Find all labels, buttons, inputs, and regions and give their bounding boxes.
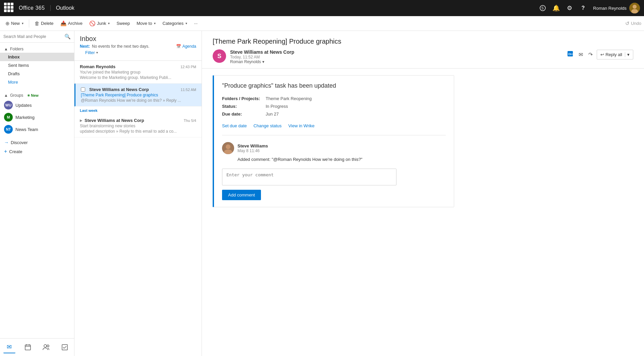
task-field-label-folders: Folders / Projects: <box>222 96 266 101</box>
forward-action-btn[interactable]: ↷ <box>587 50 594 59</box>
sidebar-item-drafts[interactable]: Drafts <box>0 70 74 78</box>
svg-text:365: 365 <box>570 53 573 56</box>
view-in-wrike-link[interactable]: View in Wrike <box>288 123 315 128</box>
delete-button[interactable]: 🗑 Delete <box>32 19 56 28</box>
email-item-2[interactable]: Steve Williams at News Corp 11:52 AM [Th… <box>74 84 202 106</box>
delete-icon: 🗑 <box>35 20 40 26</box>
svg-point-3 <box>633 5 637 9</box>
sidebar-item-more[interactable]: More <box>0 78 74 86</box>
sidebar-item-marketing[interactable]: M Marketing <box>0 111 74 123</box>
help-icon[interactable]: ? <box>577 2 589 14</box>
toolbar-sep-1 <box>29 19 29 28</box>
sidebar-item-updates[interactable]: WU Updates <box>0 99 74 111</box>
groups-section: ▲ Groups New WU Updates M Marketing NT N… <box>0 89 74 138</box>
move-to-button[interactable]: Move to ▾ <box>134 19 158 27</box>
reading-actions: O365 ✉ ↷ ↩ Reply all ▾ <box>566 49 633 59</box>
archive-icon: 📥 <box>60 20 67 27</box>
email-2-checkbox[interactable] <box>81 87 85 92</box>
next-label: Next: <box>80 44 90 49</box>
top-nav: Office 365 Outlook S 🔔 ⚙ ? Roman Reynold… <box>0 0 644 16</box>
comment-time: May 8 11:46 <box>237 148 268 153</box>
sidebar-item-inbox[interactable]: Inbox <box>0 53 74 61</box>
categories-button[interactable]: Categories ▾ <box>160 19 190 27</box>
more-button[interactable]: ··· <box>191 19 200 27</box>
sidebar-bottom-nav: ✉ <box>0 338 74 356</box>
groups-collapse-icon: ▲ <box>4 93 8 98</box>
email-1-time: 12:43 PM <box>180 65 196 69</box>
reading-subject: [Theme Park Reopening] Produce graphics <box>213 38 633 45</box>
sender-avatar: S <box>213 49 226 63</box>
email-item-3-header: ▶ Steve Williams at News Corp Thu 5/4 <box>80 118 196 123</box>
comment-author-name: Steve Williams <box>237 143 268 148</box>
sidebar-item-create[interactable]: + Create <box>0 147 74 156</box>
inbox-next-row: Next: No events for the next two days. 📅… <box>80 44 196 49</box>
gear-icon[interactable]: ⚙ <box>564 2 576 14</box>
reply-all-dropdown[interactable]: ▾ <box>625 52 630 57</box>
email-3-time: Thu 5/4 <box>184 119 196 123</box>
categories-dropdown-arrow[interactable]: ▾ <box>185 21 187 25</box>
create-plus-icon: + <box>4 148 7 154</box>
search-icon[interactable]: 🔍 <box>64 34 71 40</box>
sidebar-item-sent[interactable]: Sent Items <box>0 61 74 70</box>
change-status-link[interactable]: Change status <box>254 123 282 128</box>
email-item-1[interactable]: Roman Reynolds 12:43 PM You've joined th… <box>74 61 202 84</box>
svg-point-9 <box>44 345 47 347</box>
app-label: Outlook <box>56 5 537 11</box>
email-item-1-header: Roman Reynolds 12:43 PM <box>80 64 196 69</box>
add-comment-button[interactable]: Add comment <box>222 190 261 200</box>
email-item-2-header: Steve Williams at News Corp 11:52 AM <box>81 87 196 92</box>
outlook-action-btn[interactable]: O365 <box>566 49 575 59</box>
search-input[interactable] <box>3 34 62 39</box>
agenda-link[interactable]: 📅 Agenda <box>176 44 196 49</box>
sidebar-item-news-team[interactable]: NT News Team <box>0 123 74 135</box>
envelope-action-btn[interactable]: ✉ <box>577 50 584 59</box>
sweep-button[interactable]: Sweep <box>114 19 132 27</box>
email-2-sender: Steve Williams at News Corp <box>89 87 149 92</box>
to-dropdown-arrow[interactable]: ▾ <box>262 59 264 64</box>
skype-icon[interactable]: S <box>537 2 549 14</box>
undo-icon: ↺ <box>625 20 630 27</box>
filter-button[interactable]: Filter ▾ <box>85 50 98 55</box>
reading-meta: S Steve Williams at News Corp Today, 11:… <box>213 49 633 64</box>
task-field-label-due: Due date: <box>222 112 266 117</box>
svg-text:S: S <box>541 6 544 10</box>
move-to-dropdown-arrow[interactable]: ▾ <box>154 21 156 25</box>
user-profile[interactable]: Roman Reynolds <box>593 3 640 13</box>
email-item-3[interactable]: ▶ Steve Williams at News Corp Thu 5/4 St… <box>74 115 202 137</box>
user-avatar <box>629 3 640 13</box>
mail-nav-icon[interactable]: ✉ <box>3 341 15 353</box>
comment-input[interactable] <box>222 169 396 185</box>
inbox-title: Inbox <box>80 35 196 43</box>
reading-sender-name: Steve Williams at News Corp <box>230 49 562 55</box>
folders-header[interactable]: ▲ Folders <box>0 45 74 53</box>
marketing-avatar: M <box>4 113 13 122</box>
people-nav-icon[interactable] <box>40 341 52 353</box>
bell-icon[interactable]: 🔔 <box>550 2 562 14</box>
email-3-chevron: ▶ <box>80 119 83 122</box>
email-1-sender: Roman Reynolds <box>80 64 115 69</box>
new-button[interactable]: ⊕ New ▾ <box>3 19 26 28</box>
tasks-nav-icon[interactable] <box>59 341 71 353</box>
reading-header: [Theme Park Reopening] Produce graphics … <box>202 31 644 69</box>
reading-meta-info: Steve Williams at News Corp Today, 11:52… <box>230 49 562 64</box>
user-name: Roman Reynolds <box>593 6 627 11</box>
groups-header[interactable]: ▲ Groups New <box>0 92 74 99</box>
email-list: Roman Reynolds 12:43 PM You've joined th… <box>74 61 202 356</box>
task-fields: Folders / Projects: Theme Park Reopening… <box>222 96 446 117</box>
brand-label: Office 365 <box>19 5 51 11</box>
reply-all-button[interactable]: ↩ Reply all ▾ <box>597 50 633 59</box>
app-grid-icon[interactable] <box>4 3 15 13</box>
svg-point-10 <box>47 345 49 347</box>
calendar-nav-icon[interactable] <box>22 341 34 353</box>
collapse-icon: ▲ <box>4 47 8 51</box>
new-dropdown-arrow[interactable]: ▾ <box>22 21 23 25</box>
sidebar-item-discover[interactable]: → Discover <box>0 138 74 147</box>
junk-dropdown-arrow[interactable]: ▾ <box>108 21 110 25</box>
undo-button[interactable]: ↺ Undo <box>625 20 641 27</box>
email-1-preview2: Welcome to the Marketing group. Marketin… <box>80 75 196 80</box>
comment-section: Steve Williams May 8 11:46 Added comment… <box>222 142 446 200</box>
comment-text: Added comment: "@Roman Reynolds How we'r… <box>222 157 446 162</box>
archive-button[interactable]: 📥 Archive <box>58 19 85 28</box>
set-due-date-link[interactable]: Set due date <box>222 123 247 128</box>
junk-button[interactable]: 🚫 Junk ▾ <box>87 19 112 28</box>
